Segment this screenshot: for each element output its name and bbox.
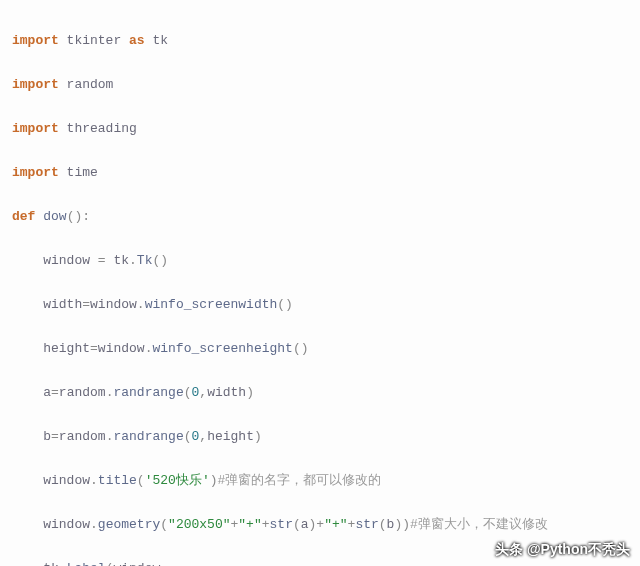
code-line: window.geometry("200x50"+"+"+str(a)+"+"+…: [12, 514, 628, 536]
code-line: window = tk.Tk(): [12, 250, 628, 272]
watermark-text: 头条 @Python不秃头: [495, 538, 630, 560]
code-line: window.title('520快乐')#弹窗的名字，都可以修改的: [12, 470, 628, 492]
code-line: height=window.winfo_screenheight(): [12, 338, 628, 360]
code-line: import threading: [12, 118, 628, 140]
code-line: import time: [12, 162, 628, 184]
code-line: a=random.randrange(0,width): [12, 382, 628, 404]
code-line: width=window.winfo_screenwidth(): [12, 294, 628, 316]
code-line: import random: [12, 74, 628, 96]
code-line: b=random.randrange(0,height): [12, 426, 628, 448]
code-block: import tkinter as tk import random impor…: [0, 0, 640, 566]
code-line: def dow():: [12, 206, 628, 228]
code-line: import tkinter as tk: [12, 30, 628, 52]
